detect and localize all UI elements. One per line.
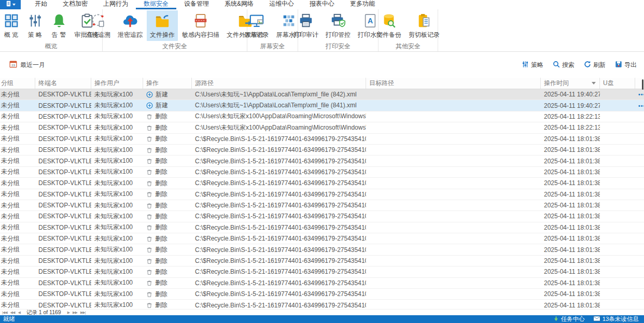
table-row[interactable]: 未分组 DESKTOP-VLKTLE1 未知玩家x100 删除 C:\$Recy… [0, 244, 644, 255]
screen-record-button[interactable]: 屏幕记录 [241, 10, 272, 41]
cell-operation: 删除 [143, 201, 192, 210]
table-row[interactable]: 未分组 DESKTOP-VLKTLE1 未知玩家x100 删除 C:\Users… [0, 122, 644, 133]
cell-user: 未知玩家x100 [91, 146, 143, 155]
export-button[interactable]: 导出 [615, 61, 637, 69]
trash-icon [146, 246, 152, 253]
tab-more-features[interactable]: 更多功能 [342, 0, 383, 9]
cell-source-path: C:\Users\未知玩家x100\AppData\Roaming\Micros… [192, 123, 366, 132]
alert-bell-icon [51, 12, 67, 29]
print-control-icon [330, 12, 346, 29]
table-row[interactable]: 未分组 DESKTOP-VLKTLE1 未知玩家x100 删除 C:\$Recy… [0, 200, 644, 211]
filter-dropdown-icon[interactable] [592, 82, 596, 85]
refresh-button[interactable]: 刷新 [584, 61, 606, 69]
trash-icon [146, 147, 152, 153]
tab-home[interactable]: 开始 [27, 0, 55, 9]
tab-system-network[interactable]: 系统&网络 [217, 0, 261, 9]
print-audit-button[interactable]: 打印审计 [290, 10, 321, 41]
column-header-source-path[interactable]: 源路径 [192, 78, 366, 89]
alert-button[interactable]: 告 警 [48, 10, 71, 41]
tab-ops-center[interactable]: 运维中心 [261, 0, 302, 9]
calendar-icon: 23 [9, 60, 17, 69]
table-row[interactable]: 未分组 DESKTOP-VLKTLE1 未知玩家x100 删除 C:\$Recy… [0, 145, 644, 156]
cell-user: 未知玩家x100 [91, 201, 143, 210]
row-menu-button[interactable]: ••• [635, 103, 644, 109]
cell-user: 未知玩家x100 [91, 234, 143, 243]
cell-user: 未知玩家x100 [91, 268, 143, 276]
unread-messages-button[interactable]: 13条未读信息 [593, 315, 639, 323]
clipboard-record-button[interactable]: 剪切板记录 [405, 10, 443, 41]
table-row[interactable]: 未分组 DESKTOP-VLKTLE1 未知玩家x100 删除 C:\$Recy… [0, 134, 644, 145]
table-row[interactable]: 未分组 DESKTOP-VLKTLE1 未知玩家x100 删除 C:\$Recy… [0, 278, 644, 289]
next-fast-button[interactable]: ▶▶ [73, 311, 77, 314]
cell-source-path: C:\$Recycle.Bin\S-1-5-21-1619774401-6349… [192, 290, 366, 298]
cell-operation: 删除 [143, 123, 192, 132]
cell-time: 2025-04-11 18:01:38 [541, 268, 600, 275]
cell-user: 未知玩家x100 [91, 134, 143, 143]
task-center-button[interactable]: 任务中心 [553, 315, 585, 323]
leak-trace-button[interactable]: 泄密追踪 [115, 10, 146, 41]
flow-trace-button[interactable]: 流转追溯 [82, 10, 114, 41]
print-control-button[interactable]: 打印管控 [323, 10, 354, 41]
file-backup-icon [381, 12, 397, 29]
table-row[interactable]: 未分组 DESKTOP-VLKTLE1 未知玩家x100 删除 C:\$Recy… [0, 233, 644, 244]
table-row[interactable]: 未分组 DESKTOP-VLKTLE1 未知玩家x100 新建 C:\Users… [0, 89, 644, 100]
tab-report-center[interactable]: 报表中心 [302, 0, 342, 9]
cell-operation: 删除 [143, 179, 192, 188]
svg-text:23: 23 [11, 63, 15, 67]
column-header-group[interactable]: 分组 [0, 78, 35, 89]
cell-group: 未分组 [0, 90, 35, 99]
ribbon-group-file-security: 流转追溯 泄密追踪 文件操作 敏感内容扫描 文件外发管控 [103, 9, 247, 51]
tab-device-management[interactable]: 设备管理 [176, 0, 217, 9]
table-row[interactable]: 未分组 DESKTOP-VLKTLE1 未知玩家x100 删除 C:\$Recy… [0, 266, 644, 277]
table-row[interactable]: 未分组 DESKTOP-VLKTLE1 未知玩家x100 删除 C:\Users… [0, 111, 644, 122]
table-row[interactable]: 未分组 DESKTOP-VLKTLE1 未知玩家x100 删除 C:\$Recy… [0, 211, 644, 222]
trash-icon [146, 124, 152, 131]
column-header-usb[interactable]: U盘 [600, 78, 635, 89]
prev-page-button[interactable]: ◀ [18, 311, 20, 314]
table-row[interactable]: 未分组 DESKTOP-VLKTLE1 未知玩家x100 删除 C:\$Recy… [0, 189, 644, 200]
cell-terminal: DESKTOP-VLKTLE1 [35, 257, 91, 264]
cell-group: 未分组 [0, 179, 35, 188]
cell-source-path: C:\$Recycle.Bin\S-1-5-21-1619774401-6349… [192, 168, 366, 176]
tab-doc-encryption[interactable]: 文档加密 [55, 0, 95, 9]
table-row[interactable]: 未分组 DESKTOP-VLKTLE1 未知玩家x100 删除 C:\$Recy… [0, 300, 644, 309]
status-bar: 就绪 任务中心 13条未读信息 [0, 315, 644, 323]
search-button[interactable]: 搜索 [553, 61, 575, 69]
policy-filter-button[interactable]: 策略 [522, 61, 543, 69]
column-header-time[interactable]: 操作时间 [541, 78, 600, 89]
cell-user: 未知玩家x100 [91, 167, 143, 176]
column-header-terminal[interactable]: 终端名 [35, 78, 91, 89]
overview-button[interactable]: 概 览 [0, 10, 23, 41]
first-page-button[interactable]: |◀◀ [2, 311, 7, 314]
tab-web-behavior[interactable]: 上网行为 [95, 0, 136, 9]
table-row[interactable]: 未分组 DESKTOP-VLKTLE1 未知玩家x100 删除 C:\$Recy… [0, 167, 644, 178]
log-table: 分组 终端名 操作用户 操作 源路径 目标路径 操作时间 U盘 未分组 DESK… [0, 78, 644, 309]
trash-icon [146, 235, 152, 242]
table-row[interactable]: 未分组 DESKTOP-VLKTLE1 未知玩家x100 删除 C:\$Recy… [0, 256, 644, 266]
table-row[interactable]: 未分组 DESKTOP-VLKTLE1 未知玩家x100 新建 C:\Users… [0, 100, 644, 111]
table-row[interactable]: 未分组 DESKTOP-VLKTLE1 未知玩家x100 删除 C:\$Recy… [0, 178, 644, 189]
sensitive-content-scan-button[interactable]: 敏感内容扫描 [179, 10, 222, 41]
next-page-button[interactable]: ▶ [67, 311, 69, 314]
vertical-scrollbar[interactable] [642, 79, 643, 90]
row-menu-button[interactable]: ••• [635, 91, 644, 97]
table-row[interactable]: 未分组 DESKTOP-VLKTLE1 未知玩家x100 删除 C:\$Recy… [0, 222, 644, 233]
table-row[interactable]: 未分组 DESKTOP-VLKTLE1 未知玩家x100 删除 C:\$Recy… [0, 156, 644, 166]
prev-fast-button[interactable]: ◀◀ [10, 311, 15, 314]
app-menu-button[interactable] [0, 0, 21, 9]
table-row[interactable]: 未分组 DESKTOP-VLKTLE1 未知玩家x100 删除 C:\$Recy… [0, 289, 644, 300]
column-header-operation[interactable]: 操作 [143, 78, 192, 89]
date-range-filter[interactable]: 23 最近一月 [9, 60, 45, 69]
cell-time: 2025-04-11 18:01:38 [541, 235, 600, 242]
policy-button[interactable]: 策 略 [24, 10, 47, 41]
last-page-button[interactable]: ▶▶| [80, 311, 86, 314]
cell-source-path: C:\$Recycle.Bin\S-1-5-21-1619774401-6349… [192, 302, 366, 309]
column-header-target-path[interactable]: 目标路径 [366, 78, 541, 89]
file-operations-button[interactable]: 文件操作 [147, 10, 178, 41]
cell-time: 2025-04-11 18:01:38 [541, 202, 600, 209]
file-backup-button[interactable]: 文件备份 [373, 10, 404, 41]
cell-user: 未知玩家x100 [91, 301, 143, 309]
column-header-user[interactable]: 操作用户 [91, 78, 143, 89]
tab-data-security[interactable]: 数据安全 [136, 0, 176, 9]
cell-terminal: DESKTOP-VLKTLE1 [35, 146, 91, 153]
